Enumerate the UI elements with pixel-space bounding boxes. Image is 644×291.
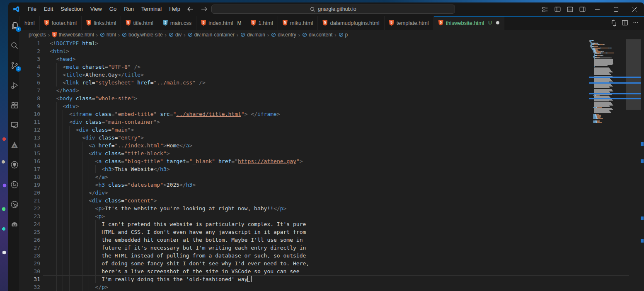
menu-item-file[interactable]: File: [24, 2, 40, 16]
activity-item-gitlens[interactable]: [10, 200, 19, 209]
activity-item-extensions[interactable]: [10, 100, 19, 110]
line-number[interactable]: 23: [20, 212, 40, 220]
code-line-23[interactable]: 23 <p>: [20, 212, 589, 220]
code-line-19[interactable]: 19 <h3 class="datestamp">2025</h3>: [20, 181, 589, 189]
line-number[interactable]: 25: [20, 228, 40, 236]
tab-miku.html[interactable]: 5miku.html: [278, 16, 318, 30]
line-number[interactable]: 6: [20, 79, 40, 87]
code-line-31[interactable]: 31 I'm really doing this the 'old-fashio…: [20, 275, 589, 283]
line-number[interactable]: 7: [20, 87, 40, 94]
line-number[interactable]: 19: [20, 181, 40, 189]
tab-index.html[interactable]: 5index.htmlM: [196, 16, 246, 30]
code-line-30[interactable]: 30 here's a live screenshot of the site …: [20, 267, 589, 275]
code-line-15[interactable]: 15 <div class="title-block">: [20, 149, 589, 157]
line-number[interactable]: 11: [20, 118, 40, 126]
menu-item-help[interactable]: Help: [165, 2, 184, 16]
code-line-1[interactable]: 1<!DOCTYPE html>: [20, 39, 589, 47]
line-number[interactable]: 12: [20, 126, 40, 134]
line-number[interactable]: 9: [20, 102, 40, 110]
code-editor[interactable]: 1<!DOCTYPE html>2<html>3 <head>4 <meta c…: [20, 39, 644, 291]
code-line-26[interactable]: 26 the embedded hit counter at the botto…: [20, 236, 589, 244]
code-line-10[interactable]: 10 <iframe class="embed-title" src="../s…: [20, 110, 589, 118]
breadcrumb-item-p[interactable]: p: [338, 32, 349, 38]
code-line-12[interactable]: 12 <div class="main">: [20, 126, 589, 134]
line-number[interactable]: 10: [20, 110, 40, 118]
line-number[interactable]: 30: [20, 267, 40, 275]
tab-title.html[interactable]: 5title.html: [121, 16, 158, 30]
code-line-16[interactable]: 16 <a class="blog-title" target="_blank"…: [20, 157, 589, 165]
line-number[interactable]: 29: [20, 260, 40, 267]
breadcrumb-item-div.main[interactable]: div.main: [240, 32, 266, 38]
tab-links.html[interactable]: 5links.html: [82, 16, 121, 30]
code-line-3[interactable]: 3 <head>: [20, 55, 589, 63]
code-line-29[interactable]: 29 of doing some fancy shit I don't see …: [20, 260, 589, 267]
back-arrow-icon[interactable]: [186, 5, 195, 13]
line-number[interactable]: 24: [20, 220, 40, 228]
code-line-17[interactable]: 17 <h3>This Website</h3>: [20, 165, 589, 173]
code-line-28[interactable]: 28 the HTML instead of pulling from a da…: [20, 252, 589, 260]
line-number[interactable]: 32: [20, 283, 40, 291]
line-number[interactable]: 16: [20, 157, 40, 165]
code-line-5[interactable]: 5 <title>Athene.Gay</title>: [20, 71, 589, 79]
split-editor-icon[interactable]: [622, 19, 628, 26]
open-changes-icon[interactable]: [610, 19, 617, 26]
line-number[interactable]: 18: [20, 173, 40, 181]
line-number[interactable]: 17: [20, 165, 40, 173]
breadcrumb-item-body.whole-site[interactable]: body.whole-site: [121, 32, 163, 38]
breadcrumb-item-projects[interactable]: projects: [28, 32, 46, 38]
activity-item-source-control[interactable]: 2: [10, 60, 19, 70]
breadcrumb-item-thiswebsite.html[interactable]: 5thiswebsite.html: [51, 32, 94, 38]
code-line-21[interactable]: 21 <div class="content">: [20, 197, 589, 204]
breadcrumb-item-div[interactable]: div: [168, 32, 182, 38]
line-number[interactable]: 14: [20, 142, 40, 149]
code-line-32[interactable]: 32 </p>: [20, 283, 589, 291]
line-number[interactable]: 3: [20, 55, 40, 63]
menu-item-edit[interactable]: Edit: [40, 2, 57, 16]
line-number[interactable]: 2: [20, 47, 40, 55]
line-number[interactable]: 31: [20, 275, 40, 283]
activity-item-run-debug[interactable]: [10, 80, 19, 90]
code-area[interactable]: 1<!DOCTYPE html>2<html>3 <head>4 <meta c…: [20, 39, 589, 291]
line-number[interactable]: 8: [20, 94, 40, 102]
code-line-7[interactable]: 7 </head>: [20, 87, 589, 94]
tab-footer.html[interactable]: 5footer.html: [40, 16, 82, 30]
close-button[interactable]: [625, 2, 644, 16]
menu-item-view[interactable]: View: [87, 2, 106, 16]
command-center-search[interactable]: gnargle.github.io: [211, 5, 455, 14]
tab-html[interactable]: html: [20, 16, 40, 30]
line-number[interactable]: 1: [20, 39, 40, 47]
activity-item-github[interactable]: [10, 160, 19, 170]
code-line-24[interactable]: 24 I can't pretend this website is parti…: [20, 220, 589, 228]
code-line-11[interactable]: 11 <div class="main-container">: [20, 118, 589, 126]
line-number[interactable]: 4: [20, 63, 40, 71]
activity-item-git-graph[interactable]: [10, 180, 19, 190]
breadcrumb-item-html[interactable]: html: [99, 32, 116, 38]
breadcrumb-item-div.entry[interactable]: div.entry: [271, 32, 296, 38]
more-actions-icon[interactable]: [632, 19, 639, 26]
code-line-18[interactable]: 18 </a>: [20, 173, 589, 181]
activity-item-explorer[interactable]: 1: [10, 21, 19, 31]
minimize-button[interactable]: [588, 2, 607, 16]
line-number[interactable]: 28: [20, 252, 40, 260]
toggle-primary-sidebar-icon[interactable]: [554, 6, 561, 13]
code-line-22[interactable]: 22 <p>It's the website you're looking at…: [20, 204, 589, 212]
maximize-button[interactable]: [607, 2, 625, 16]
code-line-9[interactable]: 9 <div>: [20, 102, 589, 110]
code-line-20[interactable]: 20 </div>: [20, 189, 589, 197]
code-line-25[interactable]: 25 HTML and CSS. I don't even have any j…: [20, 228, 589, 236]
line-number[interactable]: 26: [20, 236, 40, 244]
breadcrumb-item-div.main-container[interactable]: div.main-container: [187, 32, 235, 38]
code-line-27[interactable]: 27 future if it's necessary but I'm writ…: [20, 244, 589, 252]
code-line-4[interactable]: 4 <meta charset="UTF-8" />: [20, 63, 589, 71]
line-number[interactable]: 5: [20, 71, 40, 79]
menu-item-run[interactable]: Run: [120, 2, 138, 16]
line-number[interactable]: 27: [20, 244, 40, 252]
tab-1.html[interactable]: 51.html: [246, 16, 278, 30]
menu-item-go[interactable]: Go: [106, 2, 120, 16]
customize-layout-icon[interactable]: [542, 6, 549, 13]
code-line-8[interactable]: 8 <body class="whole-site">: [20, 94, 589, 102]
line-number[interactable]: 13: [20, 134, 40, 142]
toggle-panel-icon[interactable]: [567, 6, 574, 13]
line-number[interactable]: 20: [20, 189, 40, 197]
menu-item-selection[interactable]: Selection: [57, 2, 86, 16]
